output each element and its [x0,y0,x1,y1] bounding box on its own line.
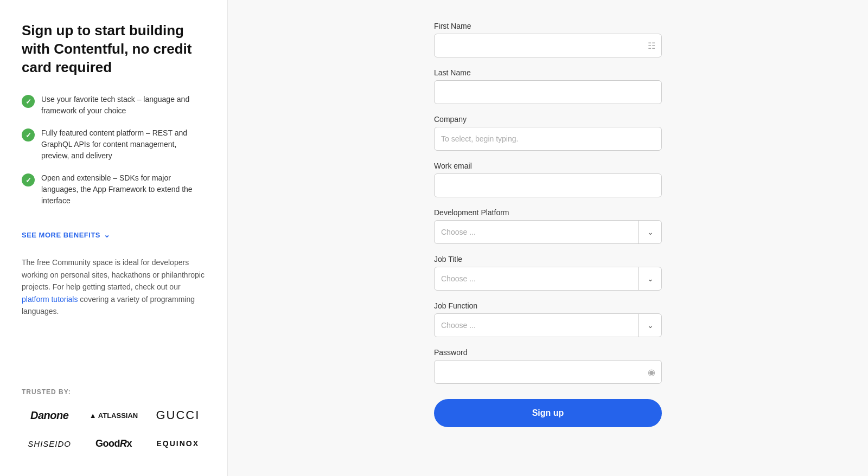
last-name-label: Last Name [434,68,662,77]
first-name-input[interactable] [434,34,662,57]
left-panel: Sign up to start building with Contentfu… [0,0,228,476]
dev-platform-select[interactable]: Choose ... [434,220,662,244]
benefit-item-2: Fully featured content platform – REST a… [22,127,206,162]
community-description: The free Community space is ideal for de… [22,256,206,317]
see-more-label: SEE MORE BENEFITS [22,231,100,239]
benefit-item-3: Open and extensible – SDKs for major lan… [22,172,206,207]
password-label: Password [434,348,662,357]
work-email-input[interactable] [434,173,662,197]
community-text-1: The free Community space is ideal for de… [22,258,205,291]
benefit-text-3: Open and extensible – SDKs for major lan… [41,172,206,207]
dev-platform-group: Development Platform Choose ... ⌄ [434,208,662,244]
password-group: Password ◉ [434,348,662,384]
job-title-wrapper: Choose ... ⌄ [434,267,662,291]
page-title: Sign up to start building with Contentfu… [22,22,206,76]
see-more-benefits-button[interactable]: SEE MORE BENEFITS ⌄ [22,230,206,239]
job-function-select[interactable]: Choose ... [434,313,662,337]
check-icon-2 [22,128,35,141]
benefit-item-1: Use your favorite tech stack – language … [22,94,206,117]
password-input[interactable] [434,360,662,384]
logo-danone: Danone [22,404,77,426]
benefits-list: Use your favorite tech stack – language … [22,94,206,217]
platform-tutorials-link[interactable]: platform tutorials [22,295,78,304]
first-name-label: First Name [434,22,662,30]
benefit-text-1: Use your favorite tech stack – language … [41,94,206,117]
company-input[interactable] [434,127,662,151]
job-function-group: Job Function Choose ... ⌄ [434,301,662,337]
password-wrapper: ◉ [434,360,662,384]
signup-form: First Name ☷ Last Name Company Work emai… [434,22,662,427]
right-panel: First Name ☷ Last Name Company Work emai… [228,0,868,476]
logo-equinox: EQUINOX [150,433,206,454]
job-title-group: Job Title Choose ... ⌄ [434,255,662,291]
logo-shiseido: SHISEIDO [22,433,77,454]
logos-grid: Danone ▲ ATLASSIAN GUCCI SHISEIDO GoodRx… [22,404,206,454]
logo-goodrx: GoodRx [86,433,141,454]
last-name-group: Last Name [434,68,662,104]
first-name-wrapper: ☷ [434,34,662,57]
work-email-label: Work email [434,162,662,170]
check-icon-1 [22,95,35,108]
job-title-label: Job Title [434,255,662,263]
job-function-wrapper: Choose ... ⌄ [434,313,662,337]
company-group: Company [434,115,662,151]
job-title-select[interactable]: Choose ... [434,267,662,291]
chevron-down-icon: ⌄ [104,230,111,239]
job-function-label: Job Function [434,301,662,310]
check-icon-3 [22,173,35,186]
logo-gucci: GUCCI [150,404,206,426]
benefit-text-2: Fully featured content platform – REST a… [41,127,206,162]
trusted-by-section: TRUSTED BY: Danone ▲ ATLASSIAN GUCCI SHI… [22,388,206,454]
signup-button[interactable]: Sign up [434,399,662,427]
last-name-input[interactable] [434,80,662,104]
work-email-group: Work email [434,162,662,197]
first-name-group: First Name ☷ [434,22,662,57]
company-label: Company [434,115,662,124]
trusted-by-label: TRUSTED BY: [22,388,206,396]
dev-platform-label: Development Platform [434,208,662,217]
logo-atlassian: ▲ ATLASSIAN [86,404,141,426]
dev-platform-wrapper: Choose ... ⌄ [434,220,662,244]
